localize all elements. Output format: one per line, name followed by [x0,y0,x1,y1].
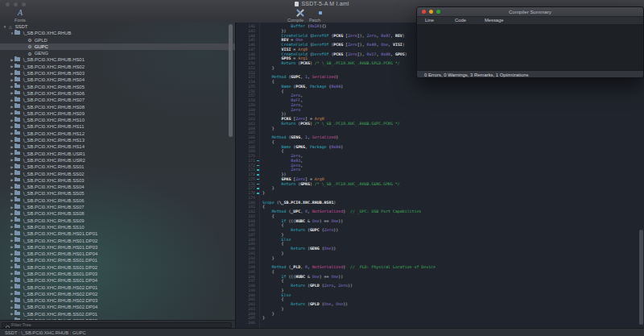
tree-item-sb-pci0-xhc-rhub-hs02-dp02[interactable]: ▶ \_SB.PCI0.XHC.RHUB.HS02.DP02 [0,291,235,297]
column-header-code[interactable]: Code [455,17,466,24]
editor-scrollbar[interactable] [639,230,643,325]
tree-item-label: \_SB.PCI0.XHC.RHUB.SS02 [22,172,85,176]
tree-item-label: \_SB.PCI0.XHC.RHUB.SS01.DP04 [22,278,97,283]
tree-item-label: \_SB.PCI0.XHC.RHUB.SS09 [22,218,85,223]
patch-button[interactable]: Patch [304,9,325,23]
tree-item-sb-pci0-xhc-rhub-hs01-dp04[interactable]: ▶ \_SB.PCI0.XHC.RHUB.HS01.DP04 [0,251,235,257]
tree-item-sb-pci0-xhc-rhub-hs06[interactable]: ▶ \_SB.PCI0.XHC.RHUB.HS06 [0,90,235,97]
tree-item-sb-pci0-xhc-rhub-hs04[interactable]: ▶ \_SB.PCI0.XHC.RHUB.HS04 [0,77,235,83]
tree-item-label: \_SB.PCI0.XHC.RHUB.HS01.DP01 [22,231,97,236]
tree-item-sb-pci0-xhc-rhub-hs02-dp04[interactable]: ▶ \_SB.PCI0.XHC.RHUB.HS02.DP04 [0,304,235,310]
tree-item-sb-pci0-xhc-rhub-hs11[interactable]: ▶ \_SB.PCI0.XHC.RHUB.HS11 [0,123,235,130]
folder-icon [14,97,20,102]
tree-item-sb-pci0-xhc-rhub-ss09[interactable]: ▶ \_SB.PCI0.XHC.RHUB.SS09 [0,218,235,224]
navigation-path-bar[interactable]: SSDT : \_SB.PCI0.XHC.RHUB : GUPC [0,328,644,336]
tree-item-label: \_SB.PCI0.XHC.RHUB.SS05 [22,191,85,196]
tree-item-sb-pci0-xhc-rhub-hs10[interactable]: ▶ \_SB.PCI0.XHC.RHUB.HS10 [0,117,235,123]
sidebar-scrollbar[interactable] [229,24,233,137]
filter-placeholder: Filter Tree [11,322,31,327]
tree-item-sb-pci0-xhc-rhub-hs13[interactable]: ▶ \_SB.PCI0.XHC.RHUB.HS13 [0,137,235,143]
tree-item-label: \_SB.PCI0.XHC.RHUB.SS01.DP02 [22,265,97,270]
fonts-icon: A [10,9,31,17]
folder-icon [14,71,20,75]
folder-icon [14,211,20,215]
tree-item-sb-pci0-xhc-rhub-hs05[interactable]: ▶ \_SB.PCI0.XHC.RHUB.HS05 [0,84,235,90]
tree-item-sb-pci0-xhc-rhub-hs12[interactable]: ▶ \_SB.PCI0.XHC.RHUB.HS12 [0,131,235,137]
folder-icon [14,138,20,142]
tree-item-sb-pci0-xhc-rhub-ss01-dp01[interactable]: ▶ \_SB.PCI0.XHC.RHUB.SS01.DP01 [0,257,235,263]
tree-item-gupc[interactable]: ⚙ GUPC [0,44,235,50]
tree-item-sb-pci0-xhc-rhub-ss01-dp03[interactable]: ▶ \_SB.PCI0.XHC.RHUB.SS01.DP03 [0,271,235,277]
tree-item-sb-pci0-xhc-rhub-hs01[interactable]: ▶ \_SB.PCI0.XHC.RHUB.HS01 [0,56,235,63]
tree-item-label: \_SB.PCI0.XHC.RHUB.SS01.DP03 [22,272,97,276]
folder-icon [14,118,20,122]
folder-icon [14,57,20,61]
tree-item-label: \_SB.PCI0.XHC.RHUB.HS08 [22,105,85,110]
column-header-message[interactable]: Message [485,17,504,24]
filter-tree-input[interactable]: Filter Tree [2,322,232,328]
tree-item-gpld[interactable]: ⚙ GPLD [0,37,235,44]
compiler-title-bar: Compiler Summary [417,7,643,17]
tree-item-sb-pci0-xhc-rhub-hs07[interactable]: ▶ \_SB.PCI0.XHC.RHUB.HS07 [0,97,235,103]
compiler-summary-window: Compiler Summary Line Code Message 0 Err… [416,6,644,78]
tree-item-label: \_SB.PCI0.XHC.RHUB.HS03 [22,71,85,76]
tree-item-geng[interactable]: ⚙ GENG [0,50,235,56]
tree-item-sb-pci0-xhc-rhub-hs01-dp02[interactable]: ▶ \_SB.PCI0.XHC.RHUB.HS01.DP02 [0,238,235,244]
folder-icon [14,131,20,135]
folder-icon [14,272,20,276]
tree-item-label: \_SB.PCI0.XHC.RHUB.HS14 [22,144,85,149]
tree-item-label: \_SB.PCI0.XHC.RHUB.HS04 [22,77,85,82]
tree-item-sb-pci0-xhc-rhub-ss01[interactable]: ▶ \_SB.PCI0.XHC.RHUB.SS01 [0,164,235,170]
tree-item-sb-pci0-xhc-rhub-hs02[interactable]: ▶ \_SB.PCI0.XHC.RHUB.HS02 [0,64,235,70]
tree-item-sb-pci0-xhc-rhub-hs01-dp03[interactable]: ▶ \_SB.PCI0.XHC.RHUB.HS01.DP03 [0,244,235,251]
window-title: SSDT-5-A M I.aml [0,1,644,6]
tree-item-sb-pci0-xhc-rhub-ss02[interactable]: ▶ \_SB.PCI0.XHC.RHUB.SS02 [0,171,235,177]
tree-item-sb-pci0-xhc-rhub-ss08[interactable]: ▶ \_SB.PCI0.XHC.RHUB.SS08 [0,210,235,217]
tree-item-sb-pci0-xhc-rhub-hs02-dp03[interactable]: ▶ \_SB.PCI0.XHC.RHUB.HS02.DP03 [0,297,235,304]
tree-item-sb-pci0-xhc-rhub-hs01-dp01[interactable]: ▶ \_SB.PCI0.XHC.RHUB.HS01.DP01 [0,230,235,237]
tree-item-label: \_SB.PCI0.XHC.RHUB.SS02.DP01 [22,312,97,317]
folder-icon [14,258,20,262]
line-number: 206 [236,321,255,326]
compiler-results-table[interactable] [417,25,643,70]
tree-item-sb-pci0-xhc-rhub-hs09[interactable]: ▶ \_SB.PCI0.XHC.RHUB.HS09 [0,110,235,117]
folder-icon [14,144,20,148]
folder-icon [14,312,20,316]
tree-item-label: \_SB.PCI0.XHC.RHUB.SS06 [22,198,85,203]
tree-item-sb-pci0-xhc-rhub-hs03[interactable]: ▶ \_SB.PCI0.XHC.RHUB.HS03 [0,70,235,77]
tree-item-label: \_SB.PCI0.XHC.RHUB.HS10 [22,118,85,122]
tree-item-ssdt[interactable]: ▼⌂ SSDT [0,23,235,30]
tree-item-sb-pci0-xhc-rhub-ss03[interactable]: ▶ \_SB.PCI0.XHC.RHUB.SS03 [0,177,235,184]
tree-item-sb-pci0-xhc-rhub-hs14[interactable]: ▶ \_SB.PCI0.XHC.RHUB.HS14 [0,143,235,150]
column-header-line[interactable]: Line [425,17,434,24]
fonts-button[interactable]: A Fonts [10,9,31,23]
tree-item-label: \_SB.PCI0.XHC.RHUB.SS08 [22,211,85,216]
tree-item-label: \_SB.PCI0.XHC.RHUB.SS07 [22,205,85,209]
folder-icon [14,164,20,168]
tree-item-sb-pci0-xhc-rhub-ss05[interactable]: ▶ \_SB.PCI0.XHC.RHUB.SS05 [0,190,235,197]
tree-item-sb-pci0-xhc-rhub-ss07[interactable]: ▶ \_SB.PCI0.XHC.RHUB.SS07 [0,204,235,210]
folder-icon [14,31,20,35]
tree-item-sb-pci0-xhc-rhub-ss06[interactable]: ▶ \_SB.PCI0.XHC.RHUB.SS06 [0,197,235,204]
tree-item-label: \_SB.PCI0.XHC.RHUB.HS05 [22,85,85,89]
tree-item-label: \_SB.PCI0.XHC.RHUB.SS01 [22,164,85,169]
tree-item-sb-pci0-xhc-rhub-ss04[interactable]: ▶ \_SB.PCI0.XHC.RHUB.SS04 [0,184,235,190]
tree-item-sb-pci0-xhc-rhub-ss10[interactable]: ▶ \_SB.PCI0.XHC.RHUB.SS10 [0,224,235,230]
tree-item-sb-pci0-xhc-rhub-ss02-dp01[interactable]: ▶ \_SB.PCI0.XHC.RHUB.SS02.DP01 [0,311,235,317]
tree-item-label: \_SB.PCI0.XHC.RHUB.HS13 [22,138,85,143]
tree-item-label: \_SB.PCI0.XHC.RHUB.USR1 [22,151,85,156]
code-line[interactable] [262,321,638,326]
tree-item-sb-pci0-xhc-rhub-ss01-dp04[interactable]: ▶ \_SB.PCI0.XHC.RHUB.SS01.DP04 [0,277,235,284]
tree-item-label: \_SB.PCI0.XHC.RHUB.HS02 [22,64,85,69]
tree-item-label: \_SB.PCI0.XHC.RHUB.HS07 [22,97,85,102]
sidebar-tree: ▼⌂ SSDT▼ \_SB.PCI0.XHC.RHUB⚙ GPLD⚙ GUPC⚙… [0,23,235,320]
compiler-table-header: Line Code Message [417,17,643,25]
tree-item-sb-pci0-xhc-rhub[interactable]: ▼ \_SB.PCI0.XHC.RHUB [0,30,235,36]
tree-item-sb-pci0-xhc-rhub-hs08[interactable]: ▶ \_SB.PCI0.XHC.RHUB.HS08 [0,104,235,110]
tree-item-sb-pci0-xhc-rhub-usr1[interactable]: ▶ \_SB.PCI0.XHC.RHUB.USR1 [0,151,235,157]
tree-item-label: \_SB.PCI0.XHC.RHUB.SS03 [22,178,85,183]
tree-item-sb-pci0-xhc-rhub-ss01-dp02[interactable]: ▶ \_SB.PCI0.XHC.RHUB.SS01.DP02 [0,264,235,271]
tree-item-sb-pci0-xhc-rhub-hs02-dp01[interactable]: ▶ \_SB.PCI0.XHC.RHUB.HS02.DP01 [0,284,235,291]
tree-item-sb-pci0-xhc-rhub-usr2[interactable]: ▶ \_SB.PCI0.XHC.RHUB.USR2 [0,157,235,164]
folder-icon [14,124,20,128]
